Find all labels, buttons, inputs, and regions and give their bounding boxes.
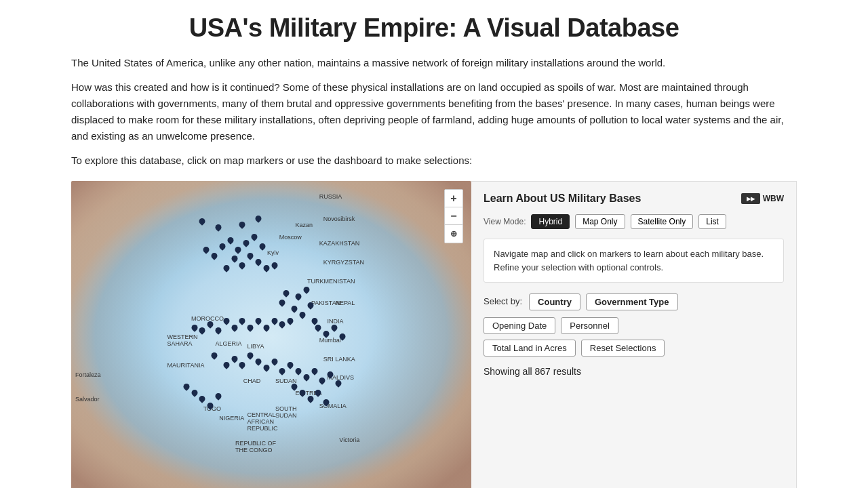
- panel-title: Learn About US Military Bases: [484, 192, 641, 205]
- filter-opening-date-button[interactable]: Opening Date: [484, 317, 555, 334]
- select-by-row: Select by: Country Government Type: [484, 293, 784, 310]
- zoom-out-button[interactable]: −: [445, 207, 462, 225]
- filter-land-acres-button[interactable]: Total Land in Acres: [484, 340, 576, 357]
- filter-personnel-button[interactable]: Personnel: [561, 317, 618, 334]
- info-box: Navigate map and click on markers to lea…: [484, 239, 784, 283]
- results-row: Showing all 867 results: [484, 366, 784, 377]
- zoom-controls: + − ⊕: [444, 189, 463, 243]
- filter-tags-row2: Opening Date Personnel: [484, 317, 784, 334]
- map-container[interactable]: RUSSIA Novosibirsk KAZAKHSTAN Kazan KYRG…: [71, 181, 471, 488]
- map-globe-overlay: [71, 181, 471, 488]
- wbw-logo: ▶▶ WBW: [741, 193, 784, 204]
- filter-reset-button[interactable]: Reset Selections: [581, 340, 665, 357]
- wbw-text: WBW: [763, 194, 784, 203]
- filter-government-type-button[interactable]: Government Type: [586, 293, 678, 310]
- intro-paragraph-2: How was this created and how is it conti…: [71, 79, 797, 144]
- zoom-reset-button[interactable]: ⊕: [445, 225, 462, 243]
- panel-header: Learn About US Military Bases ▶▶ WBW: [484, 192, 784, 205]
- wbw-icon: ▶▶: [741, 193, 760, 204]
- map-background: RUSSIA Novosibirsk KAZAKHSTAN Kazan KYRG…: [71, 181, 471, 488]
- view-mode-hybrid-button[interactable]: Hybrid: [531, 214, 570, 229]
- view-mode-maponly-button[interactable]: Map Only: [575, 214, 625, 229]
- filter-tags: Country Government Type: [529, 293, 677, 310]
- dashboard-area: RUSSIA Novosibirsk KAZAKHSTAN Kazan KYRG…: [71, 181, 797, 488]
- filter-country-button[interactable]: Country: [529, 293, 580, 310]
- intro-paragraph-1: The United States of America, unlike any…: [71, 55, 797, 71]
- view-mode-row: View Mode: Hybrid Map Only Satellite Onl…: [484, 214, 784, 229]
- right-panel: Learn About US Military Bases ▶▶ WBW Vie…: [471, 181, 797, 488]
- zoom-in-button[interactable]: +: [445, 190, 462, 207]
- select-by-label: Select by:: [484, 296, 522, 306]
- view-mode-label: View Mode:: [484, 217, 526, 226]
- intro-paragraph-3: To explore this database, click on map m…: [71, 152, 797, 169]
- results-text: Showing all 867 results: [484, 366, 581, 377]
- view-mode-list-button[interactable]: List: [698, 214, 726, 229]
- filter-tags-row3: Total Land in Acres Reset Selections: [484, 340, 784, 357]
- page-title: USA's Military Empire: A Visual Database: [71, 14, 797, 43]
- view-mode-satellite-button[interactable]: Satellite Only: [631, 214, 694, 229]
